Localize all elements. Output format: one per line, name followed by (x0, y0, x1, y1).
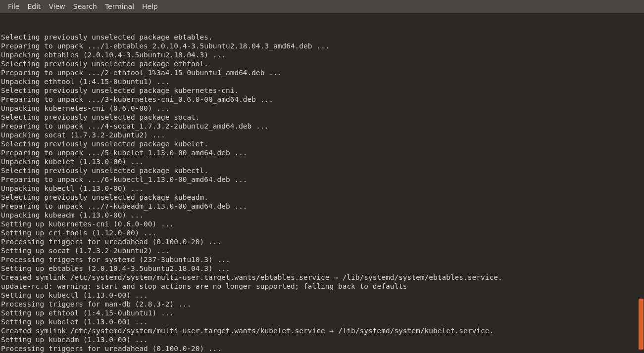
terminal-line: Created symlink /etc/systemd/system/mult… (1, 273, 643, 282)
terminal-line: Preparing to unpack .../5-kubelet_1.13.0… (1, 148, 643, 157)
scrollbar-track[interactable] (638, 13, 644, 353)
terminal-line: Selecting previously unselected package … (1, 113, 643, 122)
terminal-line: Selecting previously unselected package … (1, 33, 643, 42)
terminal-line: Selecting previously unselected package … (1, 193, 643, 202)
terminal-line: Processing triggers for ureadahead (0.10… (1, 237, 643, 246)
terminal-line: Unpacking kubectl (1.13.0-00) ... (1, 184, 643, 193)
menu-file[interactable]: File (4, 2, 23, 10)
terminal-line: Setting up kubelet (1.13.0-00) ... (1, 317, 643, 326)
terminal-line: Selecting previously unselected package … (1, 59, 643, 68)
terminal-viewport[interactable]: Selecting previously unselected package … (0, 13, 644, 353)
terminal-output: Selecting previously unselected package … (1, 33, 643, 353)
terminal-line: Preparing to unpack .../6-kubectl_1.13.0… (1, 175, 643, 184)
terminal-line: Preparing to unpack .../3-kubernetes-cni… (1, 95, 643, 104)
terminal-line: Setting up socat (1.7.3.2-2ubuntu2) ... (1, 246, 643, 255)
terminal-line: Setting up cri-tools (1.12.0-00) ... (1, 228, 643, 237)
scrollbar-thumb[interactable] (639, 299, 644, 350)
terminal-line: Created symlink /etc/systemd/system/mult… (1, 326, 643, 335)
terminal-line: Unpacking kubelet (1.13.0-00) ... (1, 157, 643, 166)
terminal-line: Setting up kubernetes-cni (0.6.0-00) ... (1, 220, 643, 228)
terminal-line: Setting up ebtables (2.0.10.4-3.5ubuntu2… (1, 264, 643, 273)
terminal-line: Selecting previously unselected package … (1, 86, 643, 95)
terminal-line: Unpacking kubeadm (1.13.0-00) ... (1, 211, 643, 220)
terminal-line: Unpacking kubernetes-cni (0.6.0-00) ... (1, 104, 643, 113)
terminal-line: Setting up kubectl (1.13.0-00) ... (1, 291, 643, 300)
terminal-line: update-rc.d: warning: start and stop act… (1, 282, 643, 291)
menu-view[interactable]: View (45, 2, 69, 10)
menu-help[interactable]: Help (138, 2, 162, 10)
terminal-line: Selecting previously unselected package … (1, 166, 643, 175)
terminal-line: Processing triggers for man-db (2.8.3-2)… (1, 300, 643, 309)
terminal-line: Processing triggers for ureadahead (0.10… (1, 344, 643, 353)
terminal-line: Unpacking ebtables (2.0.10.4-3.5ubuntu2.… (1, 50, 643, 59)
terminal-line: Setting up ethtool (1:4.15-0ubuntu1) ... (1, 309, 643, 317)
terminal-line: Processing triggers for systemd (237-3ub… (1, 255, 643, 264)
terminal-line: Preparing to unpack .../4-socat_1.7.3.2-… (1, 122, 643, 131)
menu-terminal[interactable]: Terminal (101, 2, 138, 10)
terminal-line: Setting up kubeadm (1.13.0-00) ... (1, 335, 643, 344)
menu-edit[interactable]: Edit (23, 2, 45, 10)
terminal-line: Selecting previously unselected package … (1, 139, 643, 148)
terminal-line: Preparing to unpack .../7-kubeadm_1.13.0… (1, 202, 643, 211)
menubar: File Edit View Search Terminal Help (0, 0, 644, 13)
terminal-line: Preparing to unpack .../1-ebtables_2.0.1… (1, 42, 643, 50)
terminal-line: Preparing to unpack .../2-ethtool_1%3a4.… (1, 68, 643, 77)
menu-search[interactable]: Search (69, 2, 101, 10)
terminal-line: Unpacking ethtool (1:4.15-0ubuntu1) ... (1, 77, 643, 86)
terminal-line: Unpacking socat (1.7.3.2-2ubuntu2) ... (1, 131, 643, 139)
